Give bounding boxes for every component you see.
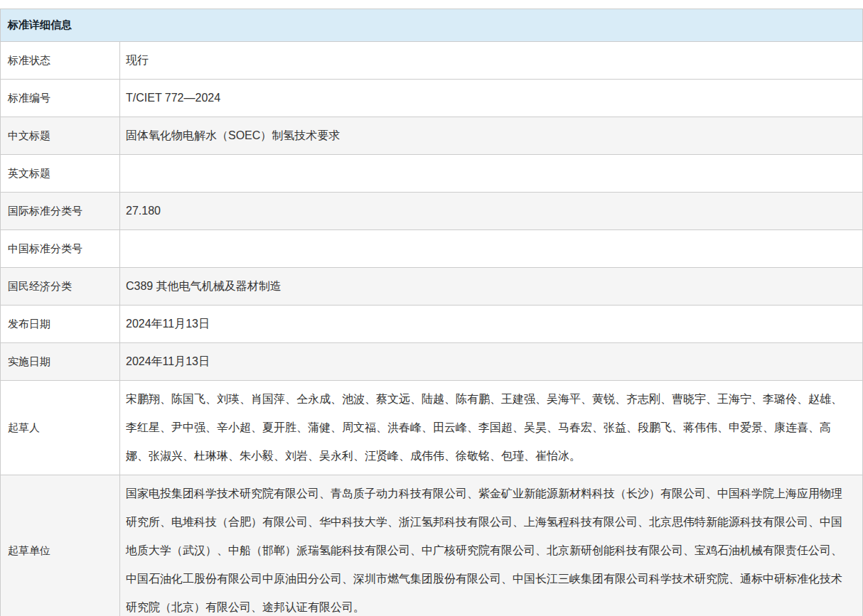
row-label: 起草人 bbox=[1, 381, 120, 475]
row-label: 发布日期 bbox=[1, 306, 120, 342]
row-value: T/CIET 772—2024 bbox=[120, 80, 862, 117]
row-value: 固体氧化物电解水（SOEC）制氢技术要求 bbox=[120, 117, 862, 154]
row-value: 宋鹏翔、陈国飞、刘瑛、肖国萍、仝永成、池波、蔡文远、陆越、陈有鹏、王建强、吴海平… bbox=[120, 381, 862, 475]
table-row: 实施日期 2024年11月13日 bbox=[1, 342, 862, 380]
row-label: 标准编号 bbox=[1, 80, 120, 117]
table-row: 国民经济分类 C389 其他电气机械及器材制造 bbox=[1, 267, 862, 305]
table-row: 中文标题 固体氧化物电解水（SOEC）制氢技术要求 bbox=[1, 117, 862, 154]
table-row: 国际标准分类号 27.180 bbox=[1, 192, 862, 229]
table-row: 起草人 宋鹏翔、陈国飞、刘瑛、肖国萍、仝永成、池波、蔡文远、陆越、陈有鹏、王建强… bbox=[1, 380, 862, 475]
panel-title: 标准详细信息 bbox=[1, 9, 862, 41]
row-value: C389 其他电气机械及器材制造 bbox=[120, 268, 862, 305]
row-label: 起草单位 bbox=[1, 475, 120, 616]
row-value: 国家电投集团科学技术研究院有限公司、青岛质子动力科技有限公司、紫金矿业新能源新材… bbox=[120, 475, 862, 616]
row-label: 中国标准分类号 bbox=[1, 230, 120, 267]
detail-table: 标准状态 现行 标准编号 T/CIET 772—2024 中文标题 固体氧化物电… bbox=[1, 41, 862, 616]
row-value bbox=[120, 230, 862, 267]
table-row: 标准状态 现行 bbox=[1, 41, 862, 79]
row-value: 27.180 bbox=[120, 193, 862, 229]
row-value: 现行 bbox=[120, 42, 862, 79]
table-row: 中国标准分类号 bbox=[1, 229, 862, 267]
table-row: 发布日期 2024年11月13日 bbox=[1, 305, 862, 342]
row-label: 英文标题 bbox=[1, 155, 120, 192]
row-label: 实施日期 bbox=[1, 343, 120, 380]
table-row: 标准编号 T/CIET 772—2024 bbox=[1, 79, 862, 117]
row-label: 中文标题 bbox=[1, 117, 120, 154]
row-value: 2024年11月13日 bbox=[120, 306, 862, 342]
row-value bbox=[120, 155, 862, 192]
page: 标准详细信息 标准状态 现行 标准编号 T/CIET 772—2024 中文标题… bbox=[0, 0, 863, 616]
row-label: 标准状态 bbox=[1, 42, 120, 79]
row-label: 国民经济分类 bbox=[1, 268, 120, 305]
table-row: 起草单位 国家电投集团科学技术研究院有限公司、青岛质子动力科技有限公司、紫金矿业… bbox=[1, 475, 862, 616]
table-row: 英文标题 bbox=[1, 154, 862, 192]
standard-detail-panel: 标准详细信息 标准状态 现行 标准编号 T/CIET 772—2024 中文标题… bbox=[0, 9, 863, 616]
row-value: 2024年11月13日 bbox=[120, 343, 862, 380]
row-label: 国际标准分类号 bbox=[1, 193, 120, 229]
